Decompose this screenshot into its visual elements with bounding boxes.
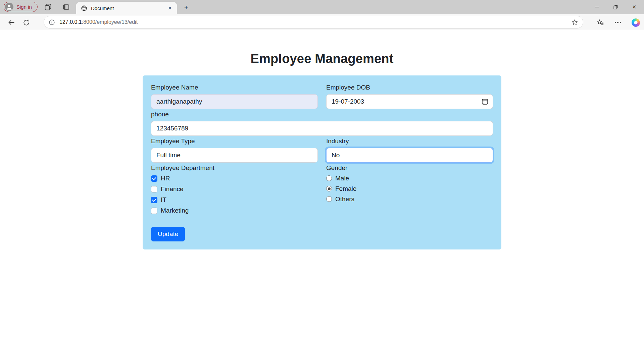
gender-option-female[interactable]: Female (326, 184, 493, 193)
others-radio[interactable] (326, 196, 332, 202)
finance-checkbox[interactable] (151, 186, 157, 192)
sign-in-button[interactable]: Sign in (4, 2, 38, 12)
profile-avatar-icon (5, 3, 13, 11)
page-title: Employee Management (0, 52, 644, 66)
globe-icon (81, 5, 87, 11)
gender-option-others[interactable]: Others (326, 195, 493, 203)
tab-close-icon[interactable]: ✕ (166, 4, 174, 12)
department-option-marketing[interactable]: Marketing (151, 206, 318, 215)
browser-tab[interactable]: Document ✕ (76, 2, 177, 14)
settings-menu-icon[interactable] (613, 18, 622, 27)
phone-label: phone (151, 110, 493, 118)
department-option-finance[interactable]: Finance (151, 185, 318, 193)
refresh-icon[interactable] (22, 18, 31, 27)
url-host: 127.0.0.1 (59, 19, 82, 25)
calendar-icon[interactable] (481, 98, 489, 105)
gender-option-male[interactable]: Male (326, 174, 493, 182)
it-label: IT (161, 196, 166, 204)
female-radio[interactable] (326, 186, 332, 191)
employee-type-label: Employee Type (151, 137, 318, 145)
minimize-button[interactable] (587, 0, 606, 14)
male-label: Male (335, 175, 349, 182)
industry-input[interactable] (326, 148, 493, 163)
gender-label: Gender (326, 164, 493, 172)
marketing-label: Marketing (161, 207, 189, 214)
department-option-it[interactable]: IT (151, 195, 318, 204)
tab-title: Document (91, 5, 166, 11)
restore-button[interactable] (606, 0, 625, 14)
phone-field: phone (151, 110, 493, 136)
hr-label: HR (161, 175, 170, 182)
gender-group: Gender Male Female Others (326, 164, 493, 217)
female-label: Female (335, 185, 356, 192)
employee-department-label: Employee Department (151, 164, 318, 172)
tab-actions-icon[interactable] (62, 3, 70, 11)
employee-type-field: Employee Type (151, 137, 318, 163)
new-tab-button[interactable]: + (182, 3, 191, 12)
window-close-button[interactable]: ✕ (625, 0, 644, 14)
tab-bar: Sign in Document ✕ + ✕ (0, 0, 644, 14)
marketing-checkbox[interactable] (151, 208, 157, 214)
favorites-icon[interactable] (596, 18, 605, 27)
employee-dob-input[interactable] (326, 94, 493, 109)
employee-name-input[interactable] (151, 94, 318, 109)
browser-window: Sign in Document ✕ + ✕ (0, 0, 644, 338)
male-radio[interactable] (326, 175, 332, 181)
page-content: Employee Management Employee Name Employ… (0, 30, 644, 338)
hr-checkbox[interactable] (151, 175, 157, 182)
department-option-hr[interactable]: HR (151, 174, 318, 183)
phone-input[interactable] (151, 121, 493, 136)
address-bar[interactable]: 127.0.0.1:8000/employee/13/edit (44, 16, 583, 29)
employee-department-group: Employee Department HR Finance IT (151, 164, 318, 217)
window-controls: ✕ (587, 0, 644, 14)
it-checkbox[interactable] (151, 197, 157, 203)
site-info-icon[interactable] (49, 19, 55, 25)
employee-dob-field: Employee DOB (326, 83, 493, 109)
add-favorite-star-icon[interactable] (571, 19, 578, 26)
url-text: 127.0.0.1:8000/employee/13/edit (59, 19, 138, 25)
employee-name-label: Employee Name (151, 83, 318, 92)
employee-dob-label: Employee DOB (326, 83, 493, 92)
sign-in-label: Sign in (16, 4, 32, 10)
industry-field: Industry (326, 137, 493, 163)
others-label: Others (335, 195, 354, 203)
navigation-bar: 127.0.0.1:8000/employee/13/edit (0, 14, 644, 30)
employee-form-card: Employee Name Employee DOB phone (143, 75, 501, 249)
url-path: :8000/employee/13/edit (82, 19, 138, 25)
copilot-icon[interactable] (631, 18, 640, 27)
finance-label: Finance (161, 185, 184, 193)
back-icon[interactable] (7, 18, 16, 27)
update-button[interactable]: Update (151, 227, 185, 241)
industry-label: Industry (326, 137, 493, 145)
employee-type-input[interactable] (151, 148, 318, 163)
employee-name-field: Employee Name (151, 83, 318, 109)
workspaces-icon[interactable] (44, 3, 52, 11)
